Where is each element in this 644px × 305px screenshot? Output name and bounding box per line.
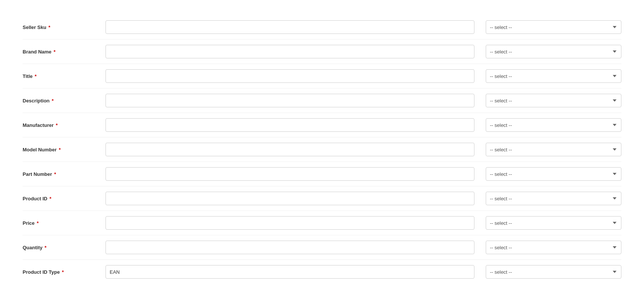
form-row-quantity: Quantity *-- select -- bbox=[23, 235, 621, 260]
form-row-part-number: Part Number *-- select -- bbox=[23, 162, 621, 186]
form-row-seller-sku: Seller Sku *-- select -- bbox=[23, 15, 621, 40]
text-input-part-number[interactable] bbox=[106, 167, 474, 181]
form-row-product-id-type: Product ID Type *-- select -- bbox=[23, 260, 621, 284]
required-star-seller-sku: * bbox=[47, 24, 50, 30]
select-price[interactable]: -- select -- bbox=[486, 216, 621, 230]
text-input-seller-sku[interactable] bbox=[106, 20, 474, 34]
input-wrapper-seller-sku bbox=[106, 20, 474, 34]
label-brand-name: Brand Name * bbox=[23, 49, 106, 55]
form-row-manufacturer: Manufacturer *-- select -- bbox=[23, 113, 621, 137]
select-product-id[interactable]: -- select -- bbox=[486, 192, 621, 205]
select-wrapper-quantity: -- select -- bbox=[486, 241, 621, 254]
select-manufacturer[interactable]: -- select -- bbox=[486, 118, 621, 132]
text-input-product-id-type[interactable] bbox=[106, 265, 474, 279]
text-input-description[interactable] bbox=[106, 94, 474, 107]
label-quantity: Quantity * bbox=[23, 245, 106, 250]
select-wrapper-part-number: -- select -- bbox=[486, 167, 621, 181]
required-star-product-id-type: * bbox=[61, 269, 64, 275]
text-input-brand-name[interactable] bbox=[106, 45, 474, 58]
form-row-description: Description *-- select -- bbox=[23, 88, 621, 113]
input-wrapper-brand-name bbox=[106, 45, 474, 58]
form-fields: Seller Sku *-- select --Brand Name *-- s… bbox=[23, 15, 621, 284]
label-product-id: Product ID * bbox=[23, 196, 106, 201]
required-star-part-number: * bbox=[53, 171, 56, 177]
select-wrapper-brand-name: -- select -- bbox=[486, 45, 621, 58]
required-star-description: * bbox=[50, 98, 54, 104]
label-price: Price * bbox=[23, 220, 106, 226]
text-input-manufacturer[interactable] bbox=[106, 118, 474, 132]
select-title[interactable]: -- select -- bbox=[486, 69, 621, 83]
select-seller-sku[interactable]: -- select -- bbox=[486, 20, 621, 34]
label-part-number: Part Number * bbox=[23, 171, 106, 177]
form-row-price: Price *-- select -- bbox=[23, 211, 621, 235]
select-wrapper-manufacturer: -- select -- bbox=[486, 118, 621, 132]
label-description: Description * bbox=[23, 98, 106, 104]
text-input-product-id[interactable] bbox=[106, 192, 474, 205]
required-star-manufacturer: * bbox=[54, 122, 58, 128]
select-model-number[interactable]: -- select -- bbox=[486, 143, 621, 156]
text-input-quantity[interactable] bbox=[106, 241, 474, 254]
form-row-product-id: Product ID *-- select -- bbox=[23, 186, 621, 211]
page-container: Seller Sku *-- select --Brand Name *-- s… bbox=[0, 0, 644, 305]
required-star-title: * bbox=[34, 73, 37, 79]
required-star-product-id: * bbox=[48, 196, 52, 201]
input-wrapper-model-number bbox=[106, 143, 474, 156]
select-product-id-type[interactable]: -- select -- bbox=[486, 265, 621, 279]
input-wrapper-product-id-type bbox=[106, 265, 474, 279]
select-wrapper-price: -- select -- bbox=[486, 216, 621, 230]
form-row-title: Title *-- select -- bbox=[23, 64, 621, 88]
input-wrapper-title bbox=[106, 69, 474, 83]
text-input-title[interactable] bbox=[106, 69, 474, 83]
label-model-number: Model Number * bbox=[23, 147, 106, 152]
required-star-quantity: * bbox=[43, 245, 47, 250]
form-row-model-number: Model Number *-- select -- bbox=[23, 137, 621, 162]
select-quantity[interactable]: -- select -- bbox=[486, 241, 621, 254]
label-product-id-type: Product ID Type * bbox=[23, 269, 106, 275]
required-star-price: * bbox=[35, 220, 39, 226]
input-wrapper-part-number bbox=[106, 167, 474, 181]
required-star-brand-name: * bbox=[52, 49, 56, 55]
select-wrapper-seller-sku: -- select -- bbox=[486, 20, 621, 34]
select-wrapper-title: -- select -- bbox=[486, 69, 621, 83]
label-seller-sku: Seller Sku * bbox=[23, 24, 106, 30]
input-wrapper-quantity bbox=[106, 241, 474, 254]
input-wrapper-product-id bbox=[106, 192, 474, 205]
select-brand-name[interactable]: -- select -- bbox=[486, 45, 621, 58]
text-input-price[interactable] bbox=[106, 216, 474, 230]
select-description[interactable]: -- select -- bbox=[486, 94, 621, 107]
select-wrapper-description: -- select -- bbox=[486, 94, 621, 107]
select-wrapper-model-number: -- select -- bbox=[486, 143, 621, 156]
select-wrapper-product-id-type: -- select -- bbox=[486, 265, 621, 279]
label-title: Title * bbox=[23, 73, 106, 79]
label-manufacturer: Manufacturer * bbox=[23, 122, 106, 128]
required-star-model-number: * bbox=[57, 147, 61, 152]
input-wrapper-description bbox=[106, 94, 474, 107]
select-wrapper-product-id: -- select -- bbox=[486, 192, 621, 205]
text-input-model-number[interactable] bbox=[106, 143, 474, 156]
input-wrapper-manufacturer bbox=[106, 118, 474, 132]
input-wrapper-price bbox=[106, 216, 474, 230]
form-row-brand-name: Brand Name *-- select -- bbox=[23, 40, 621, 64]
select-part-number[interactable]: -- select -- bbox=[486, 167, 621, 181]
